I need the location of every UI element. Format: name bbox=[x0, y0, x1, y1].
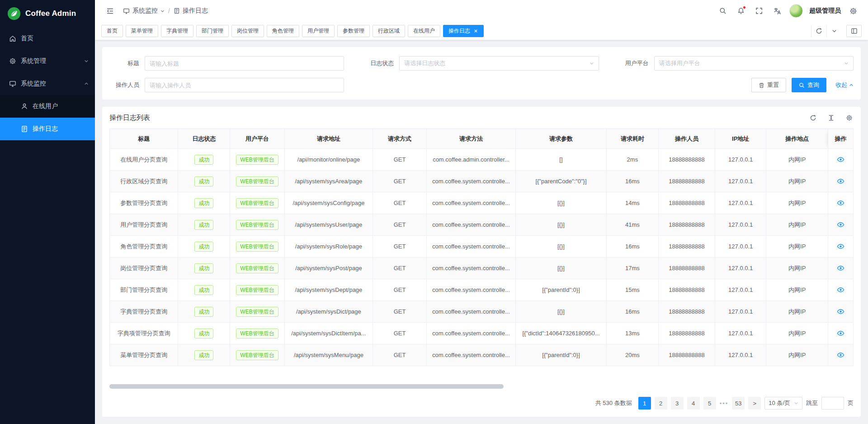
platform-badge: WEB管理后台 bbox=[236, 329, 278, 338]
row-height-icon[interactable] bbox=[826, 113, 835, 122]
tab[interactable]: 部门管理 bbox=[196, 25, 229, 37]
cell-url: /api/system/sysArea/page bbox=[284, 171, 373, 192]
chevron-down-icon bbox=[590, 61, 594, 66]
cell-action bbox=[828, 301, 854, 323]
table-row: 角色管理分页查询成功WEB管理后台/api/system/sysRole/pag… bbox=[110, 236, 854, 257]
filter-actions: 重置 查询 收起 bbox=[619, 78, 854, 92]
view-button[interactable] bbox=[837, 286, 844, 294]
cell-func: com.coffee.system.controlle... bbox=[426, 171, 515, 192]
search-icon[interactable] bbox=[717, 5, 729, 17]
page-button[interactable]: 4 bbox=[687, 397, 700, 410]
menu-fold-icon[interactable] bbox=[104, 5, 116, 17]
title-input[interactable] bbox=[145, 56, 344, 71]
tab[interactable]: 用户管理 bbox=[302, 25, 335, 37]
logo[interactable]: Coffee Admin bbox=[0, 0, 95, 27]
log-table-body: 在线用户分页查询成功WEB管理后台/api/monitor/online/pag… bbox=[110, 149, 854, 366]
cell-operator: 18888888888 bbox=[658, 257, 715, 279]
cell-status: 成功 bbox=[178, 279, 230, 301]
tab[interactable]: 首页 bbox=[101, 25, 123, 37]
page-size-select[interactable]: 10 条/页 bbox=[764, 397, 802, 410]
platform-badge: WEB管理后台 bbox=[236, 350, 278, 360]
view-button[interactable] bbox=[837, 264, 844, 272]
cell-title: 菜单管理分页查询 bbox=[110, 344, 178, 366]
operator-input[interactable] bbox=[145, 78, 344, 92]
view-button[interactable] bbox=[837, 199, 844, 207]
refresh-icon[interactable] bbox=[811, 25, 826, 37]
col-request-method: 请求方式 bbox=[373, 129, 426, 149]
tab-label: 角色管理 bbox=[272, 27, 294, 35]
view-button[interactable] bbox=[837, 243, 844, 250]
tab[interactable]: 行政区域 bbox=[373, 25, 405, 37]
cell-title: 字典管理分页查询 bbox=[110, 301, 178, 323]
horizontal-scrollbar bbox=[109, 384, 854, 389]
avatar[interactable] bbox=[789, 4, 803, 18]
sidebar-item-operation-log[interactable]: 操作日志 bbox=[0, 118, 95, 140]
tab-close-icon[interactable] bbox=[473, 29, 478, 33]
page-ellipsis[interactable]: ••• bbox=[720, 400, 729, 407]
next-page-button[interactable]: > bbox=[748, 397, 761, 410]
layout-panel-icon[interactable] bbox=[846, 25, 862, 37]
view-button[interactable] bbox=[837, 308, 844, 315]
cell-platform: WEB管理后台 bbox=[230, 279, 284, 301]
search-button[interactable]: 查询 bbox=[792, 78, 826, 92]
platform-badge: WEB管理后台 bbox=[236, 220, 278, 230]
refresh-icon[interactable] bbox=[808, 113, 817, 122]
cell-method: GET bbox=[373, 301, 426, 323]
user-platform-select[interactable]: 请选择用户平台 bbox=[654, 56, 854, 71]
page-button[interactable]: 2 bbox=[655, 397, 667, 410]
cell-operator: 18888888888 bbox=[658, 279, 715, 301]
settings-gear-icon[interactable] bbox=[847, 5, 859, 17]
view-button[interactable] bbox=[837, 177, 844, 185]
search-button-label: 查询 bbox=[807, 81, 819, 89]
page-button-active[interactable]: 1 bbox=[638, 397, 651, 410]
translate-icon[interactable] bbox=[771, 5, 783, 17]
platform-badge: WEB管理后台 bbox=[236, 198, 278, 208]
cell-ip: 127.0.0.1 bbox=[715, 192, 766, 214]
cell-method: GET bbox=[373, 236, 426, 257]
cell-platform: WEB管理后台 bbox=[230, 257, 284, 279]
status-badge: 成功 bbox=[194, 198, 213, 208]
user-name[interactable]: 超级管理员 bbox=[809, 7, 841, 15]
cell-func: com.coffee.system.controlle... bbox=[426, 192, 515, 214]
page-button[interactable]: 3 bbox=[671, 397, 684, 410]
breadcrumb-section[interactable]: 系统监控 bbox=[123, 7, 165, 15]
tab[interactable]: 字典管理 bbox=[161, 25, 193, 37]
reset-button[interactable]: 重置 bbox=[751, 78, 786, 92]
tab[interactable]: 参数管理 bbox=[337, 25, 370, 37]
sidebar-item-online-users[interactable]: 在线用户 bbox=[0, 95, 95, 118]
notification-bell-icon[interactable] bbox=[735, 5, 747, 17]
fullscreen-icon[interactable] bbox=[753, 5, 765, 17]
sidebar-item-system-management[interactable]: 系统管理 bbox=[0, 50, 95, 72]
sidebar-item-system-monitoring[interactable]: 系统监控 bbox=[0, 72, 95, 95]
view-button[interactable] bbox=[837, 351, 844, 359]
cell-func: com.coffee.system.controlle... bbox=[426, 257, 515, 279]
tab-bar: 首页菜单管理字典管理部门管理岗位管理角色管理用户管理参数管理行政区域在线用户操作… bbox=[95, 22, 868, 40]
cell-func: com.coffee.system.controlle... bbox=[426, 236, 515, 257]
page-button[interactable]: 5 bbox=[703, 397, 716, 410]
tab[interactable]: 角色管理 bbox=[267, 25, 299, 37]
table-row: 字典项管理分页查询成功WEB管理后台/api/system/sysDictIte… bbox=[110, 323, 854, 344]
status-badge: 成功 bbox=[194, 285, 213, 295]
tab-label: 参数管理 bbox=[343, 27, 364, 35]
tab[interactable]: 在线用户 bbox=[408, 25, 440, 37]
tab[interactable]: 菜单管理 bbox=[126, 25, 158, 37]
view-button[interactable] bbox=[837, 156, 844, 163]
tab-options-chevron-icon[interactable] bbox=[826, 25, 842, 37]
column-settings-gear-icon[interactable] bbox=[844, 113, 854, 122]
sidebar-item-home[interactable]: 首页 bbox=[0, 27, 95, 50]
jump-page-input[interactable] bbox=[821, 397, 844, 410]
tab[interactable]: 岗位管理 bbox=[231, 25, 264, 37]
view-button[interactable] bbox=[837, 221, 844, 229]
page-button-last[interactable]: 53 bbox=[732, 397, 745, 410]
tab-active[interactable]: 操作日志 bbox=[443, 25, 484, 37]
collapse-link-label: 收起 bbox=[835, 81, 847, 89]
scrollbar-thumb[interactable] bbox=[109, 384, 504, 389]
sidebar: Coffee Admin 首页 系统管理 系统监控 在线用户 bbox=[0, 0, 95, 424]
pagination: 共 530 条数据 12345•••53> 10 条/页 跳至 页 bbox=[109, 395, 854, 413]
collapse-link[interactable]: 收起 bbox=[835, 81, 854, 89]
operator-label: 操作人员 bbox=[109, 81, 145, 89]
view-button[interactable] bbox=[837, 329, 844, 337]
field-user-platform: 用户平台 请选择用户平台 bbox=[619, 56, 854, 71]
cell-url: /api/system/sysRole/page bbox=[284, 236, 373, 257]
log-status-select[interactable]: 请选择日志状态 bbox=[399, 56, 599, 71]
